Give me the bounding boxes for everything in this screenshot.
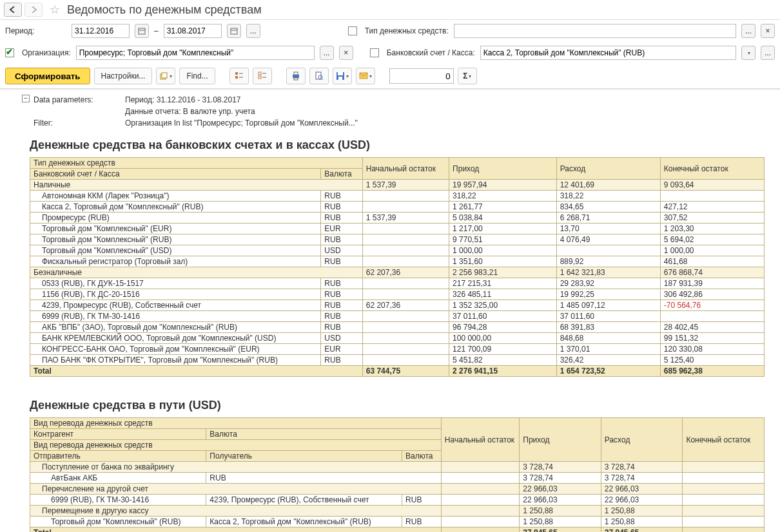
back-button[interactable] <box>4 3 22 17</box>
data-row[interactable]: 4239, Промресурс (RUB), Собственный счет… <box>30 300 765 311</box>
data-row[interactable]: 6999 (RUB), ГК ТМ-30-14164239, Промресур… <box>30 495 765 506</box>
section1-title: Денежные средства на банковских счетах и… <box>30 138 775 152</box>
calendar-to-icon[interactable] <box>227 24 241 38</box>
params-table: Data parameters:Период: 31.12.2016 - 31.… <box>30 93 362 129</box>
expand-all-button[interactable] <box>229 68 249 84</box>
calendar-from-icon[interactable] <box>135 24 149 38</box>
svg-rect-5 <box>162 73 167 78</box>
data-row[interactable]: 6999 (RUB), ГК ТМ-30-1416RUB37 011,6037 … <box>30 311 765 322</box>
svg-rect-15 <box>294 72 298 75</box>
svg-rect-22 <box>338 77 342 80</box>
section1-table: Тип денежных средствНачальный остатокПри… <box>30 157 765 377</box>
data-row[interactable]: АКБ "ВПБ" (ЗАО), Торговый дом "Комплексн… <box>30 322 765 333</box>
group-row[interactable]: Безналичные62 207,362 256 983,211 642 32… <box>30 267 765 278</box>
period-to-input[interactable] <box>164 24 222 38</box>
data-row[interactable]: Торговый дом "Комплексный" (RUB)RUB9 770… <box>30 234 765 245</box>
favorite-star-icon[interactable]: ☆ <box>48 3 62 17</box>
svg-rect-7 <box>235 76 238 79</box>
data-row[interactable]: Торговый дом "Комплексный" (EUR)EUR1 217… <box>30 223 765 234</box>
sum-field[interactable] <box>389 68 454 84</box>
funds-type-clear-button[interactable]: × <box>761 24 775 38</box>
svg-rect-0 <box>139 28 145 34</box>
collapse-all-button[interactable] <box>253 68 272 84</box>
org-select-button[interactable]: ... <box>320 46 334 60</box>
data-row[interactable]: АвтБанк АКБRUB3 728,743 728,74 <box>30 473 765 484</box>
org-clear-button[interactable]: × <box>339 46 353 60</box>
generate-button[interactable]: Сформировать <box>5 68 90 84</box>
data-row[interactable]: Торговый дом "Комплексный" (RUB)Касса 2,… <box>30 517 765 527</box>
data-row[interactable]: Автономная ККМ (Ларек "Розница")RUB318,2… <box>30 191 765 202</box>
copy-button[interactable]: ▾ <box>156 68 175 84</box>
svg-line-19 <box>322 79 323 80</box>
funds-type-checkbox[interactable] <box>348 26 357 35</box>
period-label: Период: <box>5 26 66 35</box>
period-select-button[interactable]: ... <box>246 24 260 38</box>
section2-title: Денежные средства в пути (USD) <box>30 399 775 412</box>
svg-rect-10 <box>258 72 261 75</box>
data-row[interactable]: Промресурс (RUB)RUB1 537,395 038,846 268… <box>30 213 765 223</box>
data-row[interactable]: Торговый дом "Комплексный" (USD)USD1 000… <box>30 245 765 256</box>
period-separator: – <box>154 26 159 35</box>
print-button[interactable] <box>286 68 306 84</box>
org-checkbox[interactable] <box>5 48 14 57</box>
save-button[interactable]: ▾ <box>333 68 352 84</box>
funds-type-label: Тип денежных средств: <box>365 26 449 35</box>
svg-rect-11 <box>258 76 261 79</box>
data-row[interactable]: ПАО БАНК "ФК ОТКРЫТИЕ", Торговый дом "Ко… <box>30 355 765 366</box>
data-row[interactable]: БАНК КРЕМЛЕВСКИЙ ООО, Торговый дом "Комп… <box>30 333 765 344</box>
svg-rect-16 <box>294 78 298 80</box>
svg-rect-2 <box>231 28 237 34</box>
data-row[interactable]: Касса 2, Торговый дом "Комплексный" (RUB… <box>30 202 765 213</box>
org-label: Организация: <box>22 48 71 57</box>
data-row[interactable]: 1156 (RUB), ГК ДС-20-1516RUB326 485,1119… <box>30 289 765 300</box>
tree-toggle[interactable]: − <box>22 95 30 102</box>
find-button[interactable]: Find... <box>179 68 215 84</box>
forward-button[interactable] <box>24 3 43 17</box>
total-row: Total27 945,6527 945,65 <box>30 527 765 533</box>
email-button[interactable]: ▾ <box>356 68 375 84</box>
data-row[interactable]: Фискальный регистратор (Торговый зал)RUB… <box>30 256 765 267</box>
group-row[interactable]: Поступление от банка по эквайрингу3 728,… <box>30 462 765 473</box>
data-row[interactable]: 0533 (RUB), ГК ДУК-15-1517RUB217 215,312… <box>30 278 765 289</box>
svg-rect-14 <box>293 75 299 78</box>
group-row[interactable]: Перемещение в другую кассу1 250,881 250,… <box>30 506 765 517</box>
section2-table: Вид перевода денежных средствНачальный о… <box>30 417 765 532</box>
funds-type-select-button[interactable]: ... <box>741 24 756 38</box>
account-select-button[interactable]: ... <box>761 46 775 60</box>
sigma-button[interactable]: Σ▾ <box>458 68 477 84</box>
svg-rect-21 <box>338 72 343 75</box>
funds-type-input[interactable] <box>454 24 736 38</box>
org-input[interactable] <box>76 46 315 60</box>
total-row: Total63 744,752 276 941,151 654 723,5268… <box>30 366 765 377</box>
period-from-input[interactable] <box>72 24 130 38</box>
svg-rect-6 <box>235 72 238 75</box>
account-input[interactable] <box>480 46 736 60</box>
account-checkbox[interactable] <box>370 48 379 57</box>
settings-button[interactable]: Настройки... <box>94 68 153 84</box>
group-row[interactable]: Перечисление на другой счет22 966,0322 9… <box>30 484 765 495</box>
preview-button[interactable] <box>309 68 329 84</box>
account-dropdown-button[interactable]: ▾ <box>741 46 756 60</box>
data-row[interactable]: КОНГРЕСС-БАНК ОАО, Торговый дом "Комплек… <box>30 344 765 355</box>
account-label: Банковский счет / Касса: <box>387 48 475 57</box>
group-row[interactable]: Наличные1 537,3919 957,9412 401,699 093,… <box>30 180 765 191</box>
page-title: Ведомость по денежным средствам <box>67 3 262 17</box>
